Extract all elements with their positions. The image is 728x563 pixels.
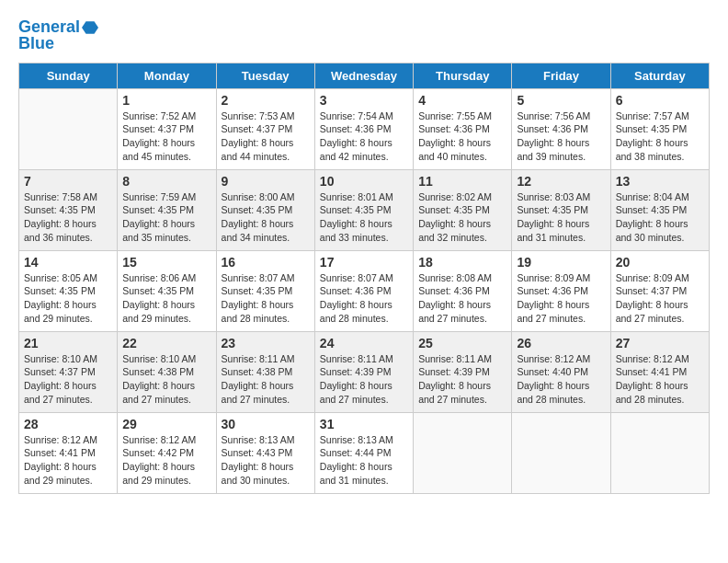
- calendar-cell: 6Sunrise: 7:57 AM Sunset: 4:35 PM Daylig…: [610, 88, 709, 169]
- day-number: 14: [24, 255, 112, 270]
- day-info: Sunrise: 8:09 AM Sunset: 4:37 PM Dayligh…: [616, 271, 704, 326]
- calendar-cell: 27Sunrise: 8:12 AM Sunset: 4:41 PM Dayli…: [610, 331, 709, 412]
- calendar-cell: 17Sunrise: 8:07 AM Sunset: 4:36 PM Dayli…: [314, 250, 413, 331]
- day-number: 26: [517, 336, 605, 350]
- day-info: Sunrise: 8:02 AM Sunset: 4:35 PM Dayligh…: [418, 190, 506, 245]
- day-number: 17: [320, 255, 408, 270]
- weekday-header-saturday: Saturday: [610, 63, 709, 88]
- day-info: Sunrise: 8:00 AM Sunset: 4:35 PM Dayligh…: [222, 190, 310, 245]
- day-number: 3: [320, 93, 408, 108]
- day-info: Sunrise: 8:12 AM Sunset: 4:41 PM Dayligh…: [616, 352, 704, 407]
- day-info: Sunrise: 8:03 AM Sunset: 4:35 PM Dayligh…: [517, 190, 605, 245]
- calendar-cell: 13Sunrise: 8:04 AM Sunset: 4:35 PM Dayli…: [610, 169, 709, 250]
- day-number: 28: [24, 417, 112, 431]
- calendar-cell: 20Sunrise: 8:09 AM Sunset: 4:37 PM Dayli…: [610, 250, 709, 331]
- day-number: 21: [24, 336, 112, 350]
- calendar-cell: 31Sunrise: 8:13 AM Sunset: 4:44 PM Dayli…: [314, 412, 413, 493]
- calendar-week-row-4: 21Sunrise: 8:10 AM Sunset: 4:37 PM Dayli…: [19, 331, 710, 412]
- calendar-cell: 7Sunrise: 7:58 AM Sunset: 4:35 PM Daylig…: [19, 169, 118, 250]
- day-info: Sunrise: 8:11 AM Sunset: 4:39 PM Dayligh…: [418, 352, 506, 407]
- day-number: 11: [418, 174, 506, 189]
- day-number: 29: [122, 417, 210, 431]
- day-info: Sunrise: 7:57 AM Sunset: 4:35 PM Dayligh…: [616, 109, 704, 164]
- calendar-cell: 5Sunrise: 7:56 AM Sunset: 4:36 PM Daylig…: [512, 88, 610, 169]
- day-number: 9: [222, 174, 310, 189]
- calendar-cell: 14Sunrise: 8:05 AM Sunset: 4:35 PM Dayli…: [19, 250, 118, 331]
- day-number: 19: [517, 255, 605, 270]
- weekday-header-sunday: Sunday: [19, 63, 118, 88]
- day-number: 27: [616, 336, 704, 350]
- calendar-cell: 21Sunrise: 8:10 AM Sunset: 4:37 PM Dayli…: [19, 331, 118, 412]
- day-info: Sunrise: 8:12 AM Sunset: 4:40 PM Dayligh…: [517, 352, 605, 407]
- calendar-cell: 8Sunrise: 7:59 AM Sunset: 4:35 PM Daylig…: [118, 169, 216, 250]
- day-number: 18: [418, 255, 506, 270]
- calendar-cell: 29Sunrise: 8:12 AM Sunset: 4:42 PM Dayli…: [118, 412, 216, 493]
- calendar-cell: 12Sunrise: 8:03 AM Sunset: 4:35 PM Dayli…: [512, 169, 610, 250]
- page-container: General Blue SundayMondayTuesdayWednesda…: [18, 18, 710, 494]
- day-number: 10: [320, 174, 408, 189]
- logo: General Blue: [18, 18, 98, 53]
- day-number: 13: [616, 174, 704, 189]
- day-number: 1: [122, 93, 210, 108]
- logo-text-blue: Blue: [18, 35, 54, 53]
- weekday-header-friday: Friday: [512, 63, 610, 88]
- header: General Blue: [18, 18, 710, 53]
- weekday-header-monday: Monday: [118, 63, 216, 88]
- calendar-cell: 9Sunrise: 8:00 AM Sunset: 4:35 PM Daylig…: [216, 169, 314, 250]
- weekday-header-row: SundayMondayTuesdayWednesdayThursdayFrid…: [19, 63, 710, 88]
- calendar-cell: 1Sunrise: 7:52 AM Sunset: 4:37 PM Daylig…: [118, 88, 216, 169]
- calendar-cell: 28Sunrise: 8:12 AM Sunset: 4:41 PM Dayli…: [19, 412, 118, 493]
- calendar-cell: 15Sunrise: 8:06 AM Sunset: 4:35 PM Dayli…: [118, 250, 216, 331]
- day-info: Sunrise: 7:59 AM Sunset: 4:35 PM Dayligh…: [122, 190, 210, 245]
- day-info: Sunrise: 8:13 AM Sunset: 4:44 PM Dayligh…: [320, 433, 408, 488]
- logo-area: General Blue: [18, 18, 98, 53]
- day-number: 4: [418, 93, 506, 108]
- calendar-cell: 2Sunrise: 7:53 AM Sunset: 4:37 PM Daylig…: [216, 88, 314, 169]
- calendar-cell: [19, 88, 118, 169]
- day-number: 15: [122, 255, 210, 270]
- day-info: Sunrise: 8:11 AM Sunset: 4:38 PM Dayligh…: [222, 352, 310, 407]
- day-number: 23: [222, 336, 310, 350]
- calendar-cell: 4Sunrise: 7:55 AM Sunset: 4:36 PM Daylig…: [414, 88, 512, 169]
- calendar-week-row-3: 14Sunrise: 8:05 AM Sunset: 4:35 PM Dayli…: [19, 250, 710, 331]
- calendar-cell: 24Sunrise: 8:11 AM Sunset: 4:39 PM Dayli…: [314, 331, 413, 412]
- logo-icon: [82, 19, 98, 36]
- day-number: 12: [517, 174, 605, 189]
- day-number: 30: [222, 417, 310, 431]
- calendar-cell: 18Sunrise: 8:08 AM Sunset: 4:36 PM Dayli…: [414, 250, 512, 331]
- day-info: Sunrise: 8:10 AM Sunset: 4:38 PM Dayligh…: [122, 352, 210, 407]
- day-info: Sunrise: 7:58 AM Sunset: 4:35 PM Dayligh…: [24, 190, 112, 245]
- calendar-cell: 11Sunrise: 8:02 AM Sunset: 4:35 PM Dayli…: [414, 169, 512, 250]
- day-info: Sunrise: 8:04 AM Sunset: 4:35 PM Dayligh…: [616, 190, 704, 245]
- calendar-cell: 23Sunrise: 8:11 AM Sunset: 4:38 PM Dayli…: [216, 331, 314, 412]
- day-number: 24: [320, 336, 408, 350]
- day-info: Sunrise: 8:10 AM Sunset: 4:37 PM Dayligh…: [24, 352, 112, 407]
- weekday-header-wednesday: Wednesday: [314, 63, 413, 88]
- calendar-week-row-1: 1Sunrise: 7:52 AM Sunset: 4:37 PM Daylig…: [19, 88, 710, 169]
- calendar-cell: 16Sunrise: 8:07 AM Sunset: 4:35 PM Dayli…: [216, 250, 314, 331]
- calendar-cell: [610, 412, 709, 493]
- day-info: Sunrise: 8:09 AM Sunset: 4:36 PM Dayligh…: [517, 271, 605, 326]
- day-number: 8: [122, 174, 210, 189]
- day-info: Sunrise: 8:07 AM Sunset: 4:35 PM Dayligh…: [222, 271, 310, 326]
- day-info: Sunrise: 7:54 AM Sunset: 4:36 PM Dayligh…: [320, 109, 408, 164]
- day-info: Sunrise: 8:08 AM Sunset: 4:36 PM Dayligh…: [418, 271, 506, 326]
- calendar-cell: 19Sunrise: 8:09 AM Sunset: 4:36 PM Dayli…: [512, 250, 610, 331]
- calendar-cell: [512, 412, 610, 493]
- day-number: 25: [418, 336, 506, 350]
- calendar-cell: [414, 412, 512, 493]
- day-number: 16: [222, 255, 310, 270]
- day-info: Sunrise: 8:07 AM Sunset: 4:36 PM Dayligh…: [320, 271, 408, 326]
- calendar-table: SundayMondayTuesdayWednesdayThursdayFrid…: [18, 63, 710, 494]
- day-info: Sunrise: 8:06 AM Sunset: 4:35 PM Dayligh…: [122, 271, 210, 326]
- calendar-cell: 26Sunrise: 8:12 AM Sunset: 4:40 PM Dayli…: [512, 331, 610, 412]
- calendar-cell: 25Sunrise: 8:11 AM Sunset: 4:39 PM Dayli…: [414, 331, 512, 412]
- calendar-week-row-2: 7Sunrise: 7:58 AM Sunset: 4:35 PM Daylig…: [19, 169, 710, 250]
- day-info: Sunrise: 7:53 AM Sunset: 4:37 PM Dayligh…: [222, 109, 310, 164]
- calendar-cell: 30Sunrise: 8:13 AM Sunset: 4:43 PM Dayli…: [216, 412, 314, 493]
- day-number: 20: [616, 255, 704, 270]
- day-info: Sunrise: 8:01 AM Sunset: 4:35 PM Dayligh…: [320, 190, 408, 245]
- day-number: 7: [24, 174, 112, 189]
- day-info: Sunrise: 8:13 AM Sunset: 4:43 PM Dayligh…: [222, 433, 310, 488]
- day-number: 31: [320, 417, 408, 431]
